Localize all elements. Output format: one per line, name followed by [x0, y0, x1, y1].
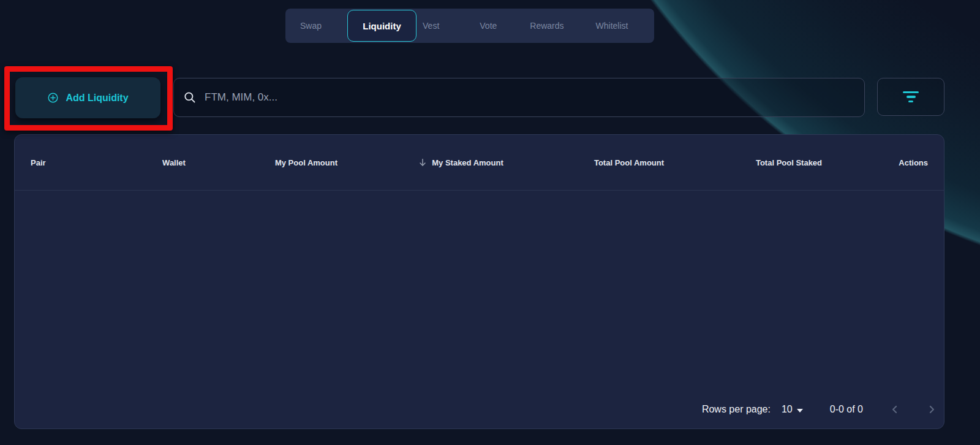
pagination-bar: Rows per page: 10 0-0 of 0	[15, 390, 944, 428]
search-icon	[183, 91, 197, 104]
arrow-down-icon	[418, 158, 428, 167]
tab-whitelist[interactable]: Whitelist	[596, 21, 628, 31]
rows-per-page-select[interactable]: 10	[782, 404, 803, 415]
tab-rewards[interactable]: Rewards	[530, 21, 564, 31]
tab-liquidity[interactable]: Liquidity	[347, 10, 417, 42]
rows-per-page-label: Rows per page:	[702, 404, 771, 415]
column-header-pair[interactable]: Pair	[31, 158, 102, 167]
tab-vest[interactable]: Vest	[423, 21, 439, 31]
table-header-row: Pair Wallet My Pool Amount My Staked Amo…	[15, 135, 944, 191]
pools-table: Pair Wallet My Pool Amount My Staked Amo…	[14, 134, 944, 429]
chevron-left-icon	[889, 403, 901, 416]
search-box	[173, 78, 865, 117]
pagination-range: 0-0 of 0	[830, 404, 863, 415]
column-header-total-pool-amount[interactable]: Total Pool Amount	[554, 158, 704, 167]
column-header-wallet[interactable]: Wallet	[102, 158, 246, 167]
caret-down-icon	[797, 409, 803, 413]
column-header-my-pool-amount[interactable]: My Pool Amount	[246, 158, 367, 167]
filter-icon	[903, 91, 919, 103]
tab-swap[interactable]: Swap	[300, 21, 322, 31]
plus-circle-icon	[47, 92, 59, 104]
previous-page-button[interactable]	[888, 402, 902, 417]
table-body-empty	[15, 191, 944, 390]
add-liquidity-label: Add Liquidity	[66, 93, 128, 104]
column-header-total-pool-staked[interactable]: Total Pool Staked	[704, 158, 874, 167]
column-header-my-staked-amount[interactable]: My Staked Amount	[367, 158, 554, 167]
chevron-right-icon	[925, 403, 938, 416]
tab-bar: Swap Liquidity Vest Vote Rewards Whiteli…	[285, 9, 654, 43]
tab-vote[interactable]: Vote	[480, 21, 497, 31]
search-input[interactable]	[205, 91, 855, 104]
rows-per-page-value: 10	[782, 404, 793, 415]
filter-button[interactable]	[877, 78, 944, 116]
next-page-button[interactable]	[924, 402, 939, 417]
column-header-label: My Staked Amount	[432, 158, 503, 167]
add-liquidity-button[interactable]: Add Liquidity	[15, 77, 160, 118]
column-header-actions: Actions	[874, 158, 928, 167]
